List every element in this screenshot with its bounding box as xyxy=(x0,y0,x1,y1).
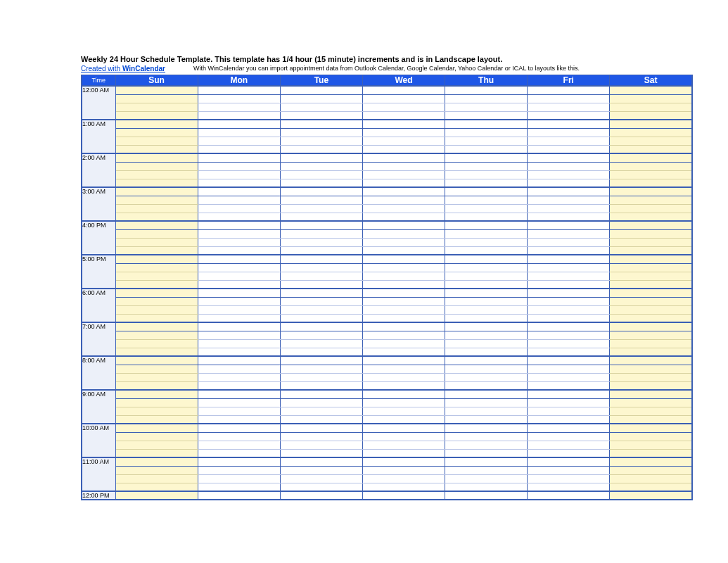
schedule-cell[interactable] xyxy=(198,213,280,221)
schedule-cell[interactable] xyxy=(445,457,528,466)
schedule-cell[interactable] xyxy=(115,365,198,373)
schedule-cell[interactable] xyxy=(198,153,280,162)
schedule-cell[interactable] xyxy=(610,339,692,348)
schedule-cell[interactable] xyxy=(280,120,362,128)
schedule-cell[interactable] xyxy=(198,238,280,246)
schedule-cell[interactable] xyxy=(198,457,280,466)
schedule-cell[interactable] xyxy=(445,213,528,221)
schedule-cell[interactable] xyxy=(280,407,362,415)
schedule-cell[interactable] xyxy=(528,255,610,263)
schedule-cell[interactable] xyxy=(280,280,362,289)
schedule-cell[interactable] xyxy=(280,297,362,305)
schedule-cell[interactable] xyxy=(198,398,280,407)
schedule-cell[interactable] xyxy=(528,145,610,153)
schedule-cell[interactable] xyxy=(115,474,198,483)
schedule-cell[interactable] xyxy=(445,491,528,500)
schedule-cell[interactable] xyxy=(198,255,280,263)
schedule-cell[interactable] xyxy=(280,137,362,145)
schedule-cell[interactable] xyxy=(610,179,692,187)
schedule-cell[interactable] xyxy=(528,314,610,322)
schedule-cell[interactable] xyxy=(362,196,445,204)
schedule-cell[interactable] xyxy=(610,153,692,162)
schedule-cell[interactable] xyxy=(610,415,692,424)
schedule-cell[interactable] xyxy=(445,187,528,196)
schedule-cell[interactable] xyxy=(280,170,362,179)
schedule-cell[interactable] xyxy=(445,466,528,474)
schedule-cell[interactable] xyxy=(362,120,445,128)
schedule-cell[interactable] xyxy=(362,213,445,221)
schedule-cell[interactable] xyxy=(362,331,445,339)
schedule-cell[interactable] xyxy=(280,263,362,272)
schedule-cell[interactable] xyxy=(528,449,610,457)
schedule-cell[interactable] xyxy=(280,474,362,483)
schedule-cell[interactable] xyxy=(198,280,280,289)
schedule-cell[interactable] xyxy=(115,305,198,314)
schedule-cell[interactable] xyxy=(445,128,528,137)
schedule-cell[interactable] xyxy=(362,103,445,111)
schedule-cell[interactable] xyxy=(445,373,528,381)
schedule-cell[interactable] xyxy=(528,238,610,246)
schedule-cell[interactable] xyxy=(115,86,198,94)
schedule-cell[interactable] xyxy=(198,145,280,153)
schedule-cell[interactable] xyxy=(362,162,445,170)
schedule-cell[interactable] xyxy=(198,474,280,483)
schedule-cell[interactable] xyxy=(198,424,280,432)
schedule-cell[interactable] xyxy=(610,474,692,483)
schedule-cell[interactable] xyxy=(362,272,445,280)
schedule-cell[interactable] xyxy=(445,432,528,441)
schedule-cell[interactable] xyxy=(362,491,445,500)
schedule-cell[interactable] xyxy=(362,221,445,229)
schedule-cell[interactable] xyxy=(362,170,445,179)
schedule-cell[interactable] xyxy=(528,407,610,415)
schedule-cell[interactable] xyxy=(362,289,445,297)
schedule-cell[interactable] xyxy=(280,86,362,94)
schedule-cell[interactable] xyxy=(115,322,198,331)
schedule-cell[interactable] xyxy=(610,373,692,381)
schedule-cell[interactable] xyxy=(115,221,198,229)
schedule-cell[interactable] xyxy=(198,365,280,373)
schedule-cell[interactable] xyxy=(115,381,198,390)
schedule-cell[interactable] xyxy=(445,263,528,272)
schedule-cell[interactable] xyxy=(115,246,198,255)
schedule-cell[interactable] xyxy=(445,179,528,187)
schedule-cell[interactable] xyxy=(610,111,692,120)
schedule-cell[interactable] xyxy=(445,390,528,398)
schedule-cell[interactable] xyxy=(610,449,692,457)
schedule-cell[interactable] xyxy=(362,466,445,474)
schedule-cell[interactable] xyxy=(280,466,362,474)
schedule-cell[interactable] xyxy=(528,415,610,424)
schedule-cell[interactable] xyxy=(445,322,528,331)
schedule-cell[interactable] xyxy=(115,297,198,305)
schedule-cell[interactable] xyxy=(280,381,362,390)
schedule-cell[interactable] xyxy=(198,373,280,381)
schedule-cell[interactable] xyxy=(198,94,280,103)
schedule-cell[interactable] xyxy=(610,432,692,441)
schedule-cell[interactable] xyxy=(115,137,198,145)
schedule-cell[interactable] xyxy=(610,128,692,137)
schedule-cell[interactable] xyxy=(362,305,445,314)
schedule-cell[interactable] xyxy=(610,398,692,407)
schedule-cell[interactable] xyxy=(445,289,528,297)
schedule-cell[interactable] xyxy=(198,432,280,441)
schedule-cell[interactable] xyxy=(528,390,610,398)
schedule-cell[interactable] xyxy=(445,246,528,255)
schedule-cell[interactable] xyxy=(610,390,692,398)
schedule-cell[interactable] xyxy=(280,356,362,365)
schedule-cell[interactable] xyxy=(362,280,445,289)
schedule-cell[interactable] xyxy=(362,339,445,348)
schedule-cell[interactable] xyxy=(610,457,692,466)
schedule-cell[interactable] xyxy=(198,272,280,280)
schedule-cell[interactable] xyxy=(198,305,280,314)
schedule-cell[interactable] xyxy=(445,94,528,103)
schedule-cell[interactable] xyxy=(445,449,528,457)
schedule-cell[interactable] xyxy=(280,322,362,331)
schedule-cell[interactable] xyxy=(528,213,610,221)
schedule-cell[interactable] xyxy=(610,441,692,449)
schedule-cell[interactable] xyxy=(362,111,445,120)
schedule-cell[interactable] xyxy=(198,449,280,457)
schedule-cell[interactable] xyxy=(445,280,528,289)
schedule-cell[interactable] xyxy=(362,314,445,322)
schedule-cell[interactable] xyxy=(280,373,362,381)
schedule-cell[interactable] xyxy=(362,153,445,162)
schedule-cell[interactable] xyxy=(610,187,692,196)
